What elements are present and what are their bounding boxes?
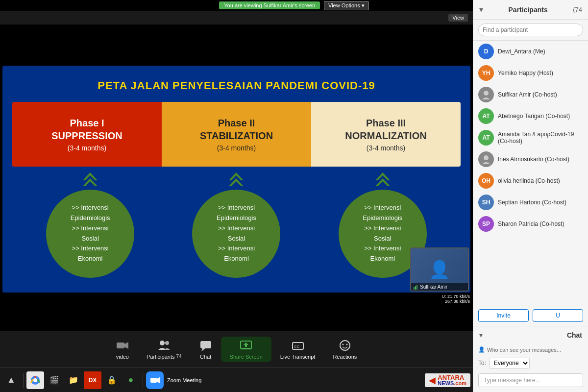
participant-avatar: D — [478, 44, 494, 59]
participant-name: Dewi_Antara (Me) — [498, 48, 583, 55]
svg-point-24 — [33, 378, 37, 382]
svg-rect-13 — [200, 341, 211, 348]
invite-button[interactable]: Invite — [478, 309, 529, 322]
participant-name: Amanda Tan /LapορCovid-19 (Co-host) — [498, 131, 583, 145]
participant-name: olivia herlinda (Co-host) — [498, 177, 583, 184]
participant-avatar: SP — [478, 216, 494, 232]
reactions-button[interactable]: Reactions — [324, 337, 366, 362]
watermark-area: ◀ ANTARA NEWS.com — [425, 373, 470, 387]
chevron-icon-1 — [80, 172, 100, 189]
phase1-box: Phase I SUPPRESSION (3-4 months) — [12, 102, 162, 167]
taskbar-dx-icon[interactable]: DX — [84, 371, 101, 389]
to-select[interactable]: Everyone — [489, 358, 530, 368]
captions-icon: CC — [292, 339, 304, 352]
antara-text: ANTARA NEWS.com — [438, 374, 466, 386]
participant-item[interactable]: SHSeptian Hartono (Co-host) — [473, 192, 588, 213]
participant-name: Abetnego Tarigan (Co-host) — [498, 113, 583, 120]
video-icon — [116, 339, 129, 352]
zoom-toolbar: video Participants 74 — [0, 331, 473, 368]
svg-point-21 — [342, 343, 343, 345]
phase2-duration: (3-4 months) — [172, 144, 301, 152]
svg-point-11 — [160, 341, 165, 345]
antara-domain: NEWS.com — [438, 381, 466, 386]
svg-point-20 — [340, 341, 350, 350]
participant-item[interactable]: DDewi_Antara (Me) — [473, 41, 588, 62]
svg-marker-10 — [124, 342, 128, 349]
slide-title: PETA JALAN PENYELESAIAN PANDEMI COVID-19 — [2, 66, 470, 102]
phases-row: Phase I SUPPRESSION (3-4 months) Phase I… — [12, 102, 461, 167]
participants-button[interactable]: Participants 74 — [138, 337, 191, 362]
participant-avatar: AT — [478, 130, 494, 146]
circles-row: >> IntervensiEpidemiologis>> IntervensiS… — [2, 167, 470, 293]
phase2-box: Phase II STABILIZATION (3-4 months) — [162, 102, 311, 167]
notification-bar: You are viewing Sulfikar Amir's screen V… — [0, 0, 588, 11]
view-button[interactable]: View — [448, 14, 468, 22]
participant-avatar: YH — [478, 65, 494, 81]
live-transcript-button[interactable]: CC Live Transcript — [271, 337, 324, 362]
taskbar-vpn-icon[interactable]: 🔒 — [103, 371, 121, 389]
participant-avatar — [478, 87, 494, 102]
chevron-icon-2 — [226, 172, 246, 189]
video-toggle-button[interactable]: video — [107, 337, 138, 362]
taskbar-up-arrow[interactable]: ▲ — [2, 371, 20, 389]
svg-text:CC: CC — [294, 344, 300, 349]
unlink-button[interactable]: U — [533, 309, 583, 322]
chevron-icon-3 — [373, 172, 392, 189]
svg-point-29 — [484, 155, 489, 160]
taskbar-divider-2 — [143, 373, 143, 388]
svg-marker-14 — [201, 348, 205, 351]
speaker-thumbnail: 👤 Sulfikar Amir — [410, 247, 469, 292]
taskbar-chrome-icon[interactable] — [26, 371, 44, 389]
presentation-slide: PETA JALAN PENYELESAIAN PANDEMI COVID-19… — [2, 66, 470, 293]
view-options-button[interactable]: View Options ▾ — [324, 1, 369, 10]
participant-item[interactable]: SPSharon Patricia (Co-host) — [473, 213, 588, 235]
taskbar-circle-icon[interactable]: ● — [122, 371, 140, 389]
taskbar-divider-1 — [23, 373, 24, 388]
person-silhouette-icon: 👤 — [429, 260, 450, 280]
share-screen-icon — [240, 339, 252, 352]
video-area: View PETA JALAN PENYELESAIAN PANDEMI COV… — [0, 0, 473, 392]
chat-collapse-icon: ▾ — [479, 331, 483, 339]
svg-marker-17 — [244, 343, 248, 347]
circle-item-2: >> IntervensiEpidemiologis>> IntervensiS… — [163, 172, 309, 278]
chat-header[interactable]: ▾ Chat — [473, 326, 588, 344]
participant-item[interactable]: Sulfikar Amir (Co-host) — [473, 84, 588, 105]
reactions-icon — [339, 339, 351, 352]
phase3-box: Phase III NORMALIZATION (3-4 months) — [311, 102, 461, 167]
message-input-placeholder[interactable]: Type message here... — [478, 373, 583, 387]
screen-share-notification: You are viewing Sulfikar Amir's screen — [219, 1, 320, 9]
antara-triangle-icon: ◀ — [429, 375, 436, 386]
participant-avatar: SH — [478, 195, 494, 210]
participant-name: Sulfikar Amir (Co-host) — [498, 91, 583, 98]
circle-item-1: >> IntervensiEpidemiologis>> IntervensiS… — [17, 172, 163, 278]
chat-title: Chat — [567, 331, 582, 339]
chrome-icon — [30, 375, 40, 385]
presentation-container: PETA JALAN PENYELESAIAN PANDEMI COVID-19… — [0, 24, 473, 331]
svg-point-12 — [165, 341, 169, 345]
svg-rect-7 — [415, 286, 416, 290]
participant-item[interactable]: YHYemiko Happy (Host) — [473, 62, 588, 84]
phase1-duration: (3-4 months) — [22, 144, 152, 152]
svg-rect-9 — [117, 343, 124, 348]
chat-toolbar-button[interactable]: Chat — [191, 337, 221, 362]
participant-item[interactable]: Ines Atmosukarto (Co-host) — [473, 148, 588, 170]
share-screen-button[interactable]: Share Screen — [221, 337, 271, 362]
signal-icon — [414, 285, 418, 290]
svg-rect-6 — [414, 287, 415, 290]
chat-icon — [199, 339, 212, 352]
phase1-title: Phase I SUPPRESSION — [22, 117, 152, 142]
taskbar-film-icon[interactable]: 🎬 — [46, 371, 63, 389]
to-row: To: Everyone — [473, 355, 588, 371]
speaker-name-label: Sulfikar Amir — [411, 283, 468, 291]
panel-actions: Invite U — [473, 305, 588, 326]
video-top-bar: View — [0, 11, 473, 24]
participant-search-input[interactable] — [478, 24, 583, 36]
phase2-title: Phase II STABILIZATION — [172, 117, 301, 142]
right-panel: ▾ Participants (74 DDewi_Antara (Me)YHYe… — [473, 0, 588, 392]
participant-item[interactable]: OHolivia herlinda (Co-host) — [473, 170, 588, 192]
participant-item[interactable]: ATAbetnego Tarigan (Co-host) — [473, 105, 588, 127]
taskbar-folder-icon[interactable]: 📁 — [65, 371, 82, 389]
svg-rect-26 — [150, 378, 157, 383]
taskbar-zoom-icon[interactable] — [146, 371, 164, 389]
participant-item[interactable]: ATAmanda Tan /LapορCovid-19 (Co-host) — [473, 127, 588, 148]
